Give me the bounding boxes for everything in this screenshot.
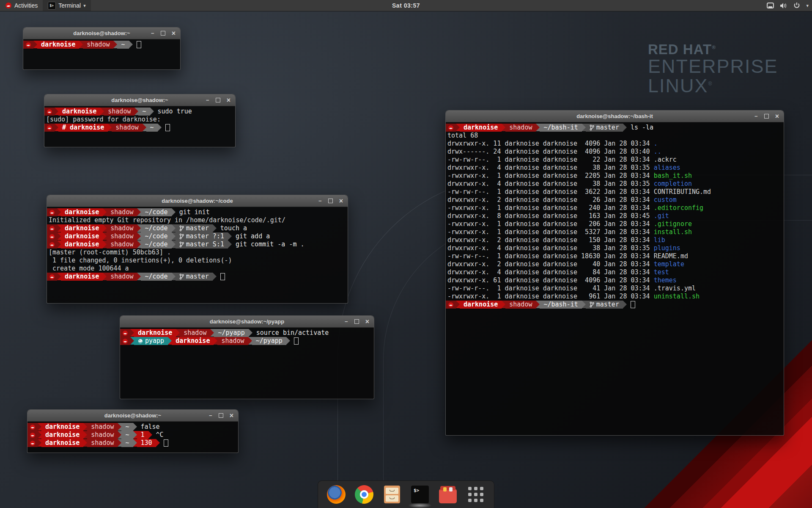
window-titlebar[interactable]: darknoise@shadow:~−× (27, 410, 238, 422)
display-icon[interactable] (767, 3, 774, 9)
window-titlebar[interactable]: darknoise@shadow:~/pyapp−× (120, 316, 374, 328)
terminal-screen[interactable]: darknoiseshadow~ (23, 39, 180, 71)
clock[interactable]: Sat 03:57 (392, 2, 420, 9)
prompt-line: darknoiseshadow~sudo true (44, 108, 235, 116)
powerline-separator-icon (133, 439, 137, 447)
powerline-separator-icon (38, 431, 41, 439)
window-titlebar[interactable]: darknoise@shadow:~/code−× (47, 195, 348, 207)
python-icon (138, 339, 143, 344)
maximize-button[interactable] (161, 31, 165, 36)
top-bar: Activities $> Terminal ▾ Sat 03:57 ▾ (0, 0, 812, 11)
chevron-down-icon[interactable]: ▾ (806, 3, 809, 8)
prompt-line: pyappdarknoiseshadow~/pyapp (120, 337, 374, 345)
window-controls: −× (151, 28, 176, 39)
window-titlebar[interactable]: darknoise@shadow:~/bash-it−× (446, 110, 784, 122)
minimize-button[interactable]: − (209, 413, 212, 418)
powerline-separator-icon (103, 273, 107, 280)
maximize-button[interactable] (354, 319, 359, 324)
powerline-separator-icon (623, 124, 627, 131)
close-button[interactable]: × (227, 97, 230, 104)
powerline-separator-icon (38, 439, 41, 447)
app-menu-terminal[interactable]: $> Terminal ▾ (43, 0, 91, 11)
prompt-segment-path: ~/pyapp (214, 329, 248, 337)
dock-item-chrome[interactable] (354, 485, 374, 504)
prompt-line: darknoiseshadow~130 (27, 439, 238, 447)
ls-row: drwxrwxr-x. 2 darknoise darknoise 150 Ja… (446, 236, 784, 244)
maximize-button[interactable] (328, 199, 333, 203)
close-button[interactable]: × (230, 412, 233, 419)
terminal-cursor (165, 124, 170, 131)
close-button[interactable]: × (339, 198, 343, 204)
prompt-segment-path: ~/code (141, 273, 171, 281)
prompt-segment-icon (47, 240, 57, 248)
redhat-prompt-icon (448, 125, 454, 131)
prompt-line: darknoiseshadow~ (23, 41, 180, 49)
terminal-screen[interactable]: darknoiseshadow~sudo true[sudo] password… (44, 106, 235, 148)
prompt-segment-icon (44, 124, 55, 132)
close-button[interactable]: × (775, 113, 779, 120)
close-button[interactable]: × (365, 318, 369, 325)
power-icon[interactable] (793, 2, 800, 9)
git-branch-icon (590, 301, 594, 308)
powerline-separator-icon (158, 124, 162, 131)
maximize-button[interactable] (764, 114, 769, 119)
ls-row: -rwxrwxr-x. 1 darknoise darknoise 206 Ja… (446, 220, 784, 228)
prompt-segment-host: shadow (87, 423, 118, 431)
command-text: false (141, 423, 160, 431)
ls-filename: .git (654, 212, 669, 220)
window-titlebar[interactable]: darknoise@shadow:~−× (44, 94, 235, 106)
ls-row: drwxrwxr-x. 11 darknoise darknoise 4096 … (446, 140, 784, 148)
ls-row: -rwxrwxr-x. 1 darknoise darknoise 240 Ja… (446, 204, 784, 212)
powerline-separator-icon (57, 208, 61, 216)
volume-icon[interactable] (780, 3, 787, 9)
terminal-screen[interactable]: darknoiseshadow~/bash-itmasterls -latota… (446, 122, 784, 436)
window-titlebar[interactable]: darknoise@shadow:~−× (23, 28, 180, 39)
terminal-screen[interactable]: darknoiseshadow~/codegit initInitialized… (47, 207, 348, 304)
dock-item-toolbox[interactable] (438, 485, 458, 504)
dock-item-files[interactable] (382, 485, 402, 504)
prompt-segment-exit: 130 (137, 439, 156, 447)
chrome-icon (355, 485, 373, 504)
powerline-separator-icon (130, 337, 134, 345)
maximize-button[interactable] (216, 98, 220, 102)
powerline-separator-icon (502, 301, 505, 308)
close-button[interactable]: × (172, 30, 176, 37)
dock-item-terminal[interactable]: $> (410, 485, 430, 504)
minimize-button[interactable]: − (754, 113, 758, 119)
powerline-separator-icon (176, 329, 180, 337)
activities-button[interactable]: Activities (0, 0, 43, 11)
powerline-separator-icon (137, 224, 141, 232)
powerline-separator-icon (133, 431, 137, 439)
terminal-screen[interactable]: darknoiseshadow~falsedarknoiseshadow~1^C… (27, 422, 238, 454)
redhat-prompt-icon (49, 210, 55, 215)
dock-item-app-grid[interactable] (466, 485, 486, 504)
ls-filename: CONTRIBUTING.md (654, 188, 711, 196)
ls-filename: lib (654, 236, 665, 244)
toolbox-icon (439, 489, 457, 503)
system-status-area[interactable]: ▾ (767, 0, 809, 11)
prompt-line: darknoiseshadow~false (27, 423, 238, 431)
output-line: Initialized empty Git repository in /hom… (47, 216, 348, 224)
ls-filename: plugins (654, 244, 680, 252)
maximize-button[interactable] (219, 413, 223, 418)
minimize-button[interactable]: − (345, 319, 348, 324)
minimize-button[interactable]: − (318, 198, 322, 204)
window-title: darknoise@shadow:~ (104, 412, 161, 419)
window-title: darknoise@shadow:~/pyapp (210, 318, 284, 325)
terminal-screen[interactable]: darknoiseshadow~/pyappsource bin/activat… (120, 328, 374, 400)
minimize-button[interactable]: − (206, 97, 209, 103)
ls-filename: README.md (654, 252, 688, 260)
prompt-segment-path: ~ (138, 108, 150, 116)
powerline-separator-icon (130, 329, 134, 337)
powerline-separator-icon (129, 41, 133, 48)
prompt-segment-icon (446, 124, 456, 132)
powerline-separator-icon (456, 301, 460, 308)
prompt-segment-path: ~/code (141, 232, 171, 240)
dock-item-firefox[interactable] (326, 485, 346, 504)
prompt-segment-user: darknoise (460, 301, 502, 309)
files-drawer (386, 488, 398, 494)
minimize-button[interactable]: − (151, 30, 154, 36)
terminal-window-sudo: darknoise@shadow:~−×darknoiseshadow~sudo… (44, 94, 236, 147)
prompt-segment-host: shadow (104, 108, 134, 116)
prompt-segment-path: ~/bash-it (540, 124, 582, 132)
